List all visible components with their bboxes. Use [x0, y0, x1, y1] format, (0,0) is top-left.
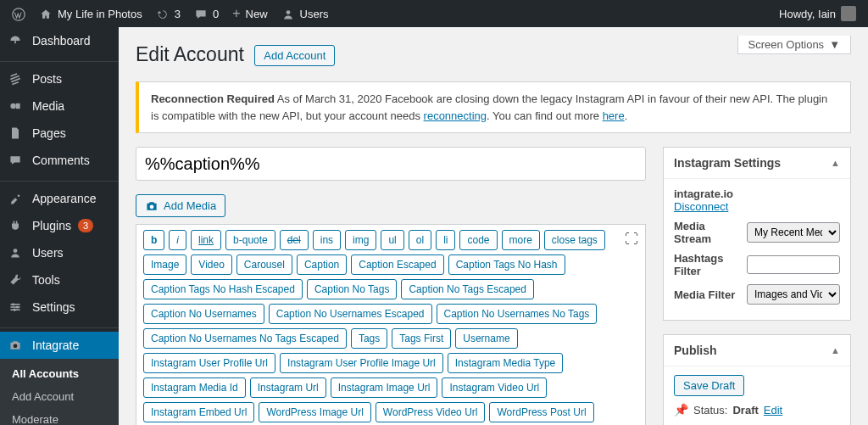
comment-icon — [194, 6, 208, 21]
fullscreen-icon[interactable]: ⛶ — [625, 232, 638, 247]
users-top-item[interactable]: Users — [275, 0, 336, 27]
qt-username[interactable]: Username — [455, 328, 517, 349]
toggle-box-icon[interactable]: ▲ — [831, 158, 840, 168]
main-area: Screen Options ▼ Edit Account Add Accoun… — [119, 27, 868, 425]
svg-point-8 — [12, 303, 14, 305]
qt-ul[interactable]: ul — [381, 230, 403, 250]
hashtags-filter-input[interactable] — [747, 255, 840, 274]
sidebar-item-posts[interactable]: Posts — [0, 65, 119, 92]
add-account-button[interactable]: Add Account — [254, 45, 335, 66]
add-media-button[interactable]: Add Media — [136, 194, 225, 217]
disconnect-link[interactable]: Disconnect — [674, 200, 728, 213]
qt-caption-no-tags-escaped[interactable]: Caption No Tags Escaped — [401, 279, 534, 299]
new-item[interactable]: + New — [225, 0, 274, 27]
users-top-label: Users — [300, 8, 329, 20]
sidebar-item-settings[interactable]: Settings — [0, 294, 119, 321]
qt-caption-no-usernames[interactable]: Caption No Usernames — [143, 304, 264, 324]
qt-image[interactable]: Image — [143, 254, 186, 275]
submenu-moderate[interactable]: Moderate — [0, 408, 119, 425]
comments-count: 0 — [213, 8, 219, 20]
settings-icon — [8, 300, 25, 314]
qt-caption-tags-no-hash[interactable]: Caption Tags No Hash — [448, 254, 565, 275]
qt-caption-escaped[interactable]: Caption Escaped — [351, 254, 443, 275]
more-here-link[interactable]: here — [603, 109, 625, 122]
sidebar-item-tools[interactable]: Tools — [0, 266, 119, 294]
qt-code[interactable]: code — [459, 230, 497, 250]
qt-instagram-url[interactable]: Instagram Url — [250, 377, 326, 398]
comments-icon — [8, 154, 25, 167]
sidebar-item-media[interactable]: Media — [0, 92, 119, 120]
save-draft-button[interactable]: Save Draft — [674, 375, 744, 396]
status-label: Status: — [693, 404, 727, 417]
qt-instagram-media-id[interactable]: Instagram Media Id — [143, 377, 246, 398]
sidebar-item-label: Comments — [32, 154, 90, 167]
qt-instagram-image-url[interactable]: Instagram Image Url — [331, 377, 438, 398]
qt-ol[interactable]: ol — [409, 230, 431, 250]
qt-li[interactable]: li — [436, 230, 455, 250]
comments-item[interactable]: 0 — [187, 0, 225, 27]
qt-instagram-embed-url[interactable]: Instagram Embed Url — [143, 402, 254, 422]
qt-wordpress-post-url[interactable]: WordPress Post Url — [489, 402, 593, 422]
updates-item[interactable]: 3 — [149, 0, 187, 27]
site-name-item[interactable]: My Life in Photos — [32, 0, 149, 27]
qt-caption-no-usernames-no-tags-escaped[interactable]: Caption No Usernames No Tags Escaped — [143, 328, 347, 349]
qt-instagram-media-type[interactable]: Instagram Media Type — [448, 353, 564, 373]
avatar — [841, 6, 856, 21]
toggle-publish-icon[interactable]: ▲ — [831, 345, 840, 355]
qt-tags-first[interactable]: Tags First — [392, 328, 451, 349]
notice-text3: . — [625, 109, 628, 122]
qt-caption-tags-no-hash-escaped[interactable]: Caption Tags No Hash Escaped — [143, 279, 303, 299]
qt-wordpress-image-url[interactable]: WordPress Image Url — [259, 402, 370, 422]
sidebar-item-pages[interactable]: Pages — [0, 120, 119, 147]
user-icon — [281, 6, 295, 21]
qt-instagram-user-profile-image-url[interactable]: Instagram User Profile Image Url — [280, 353, 443, 373]
qt-caption-no-usernames-no-tags[interactable]: Caption No Usernames No Tags — [437, 304, 598, 324]
screen-options-toggle[interactable]: Screen Options ▼ — [737, 36, 851, 54]
add-media-label: Add Media — [164, 199, 216, 212]
qt-i[interactable]: i — [169, 230, 186, 250]
submenu-add-account[interactable]: Add Account — [0, 385, 119, 408]
sidebar-item-users[interactable]: Users — [0, 239, 119, 266]
plugins-icon — [8, 219, 25, 232]
howdy-item[interactable]: Howdy, Iain — [772, 0, 863, 27]
post-title-input[interactable] — [136, 147, 646, 181]
qt-img[interactable]: img — [345, 230, 376, 250]
sidebar-item-label: Media — [32, 99, 64, 113]
qt-tags[interactable]: Tags — [351, 328, 387, 349]
media-filter-select[interactable]: Images and Video — [747, 284, 840, 305]
qt-instagram-user-profile-url[interactable]: Instagram User Profile Url — [143, 353, 275, 373]
sidebar-item-appearance[interactable]: Appearance — [0, 185, 119, 212]
sidebar-item-dashboard[interactable]: Dashboard — [0, 27, 119, 54]
qt-more[interactable]: more — [502, 230, 540, 250]
svg-point-10 — [14, 309, 16, 311]
pages-icon — [8, 126, 25, 140]
qt-wordpress-video-url[interactable]: WordPress Video Url — [376, 402, 486, 422]
sidebar-item-label: Posts — [32, 72, 62, 86]
sidebar-item-comments[interactable]: Comments — [0, 147, 119, 174]
wp-logo-item[interactable] — [5, 0, 32, 27]
qt-caption-no-usernames-escaped[interactable]: Caption No Usernames Escaped — [269, 304, 432, 324]
qt-video[interactable]: Video — [191, 254, 231, 275]
qt-link[interactable]: link — [191, 230, 221, 250]
qt-ins[interactable]: ins — [313, 230, 341, 250]
svg-point-9 — [16, 305, 19, 308]
editor-column: Add Media ⛶ bilinkb-quotedelinsimgulolli… — [136, 147, 646, 425]
publish-box: Publish ▲ Save Draft 📌 Status: Draft Edi… — [663, 334, 851, 425]
submenu-all-accounts[interactable]: All Accounts — [0, 362, 119, 385]
qt-b-quote[interactable]: b-quote — [225, 230, 275, 250]
qt-b[interactable]: b — [143, 230, 164, 250]
tools-icon — [8, 273, 25, 287]
qt-caption[interactable]: Caption — [297, 254, 347, 275]
sidebar-item-intagrate[interactable]: Intagrate — [0, 332, 119, 359]
qt-carousel[interactable]: Carousel — [236, 254, 292, 275]
wordpress-icon — [12, 6, 25, 21]
qt-del[interactable]: del — [280, 230, 309, 250]
sidebar-item-plugins[interactable]: Plugins3 — [0, 212, 119, 239]
qt-instagram-video-url[interactable]: Instagram Video Url — [442, 377, 547, 398]
media-stream-select[interactable]: My Recent Media — [747, 222, 840, 243]
edit-status-link[interactable]: Edit — [764, 404, 782, 417]
qt-caption-no-tags[interactable]: Caption No Tags — [307, 279, 398, 299]
qt-close-tags[interactable]: close tags — [544, 230, 605, 250]
reconnecting-link[interactable]: reconnecting — [424, 109, 487, 122]
page-title-text: Edit Account — [136, 43, 244, 65]
